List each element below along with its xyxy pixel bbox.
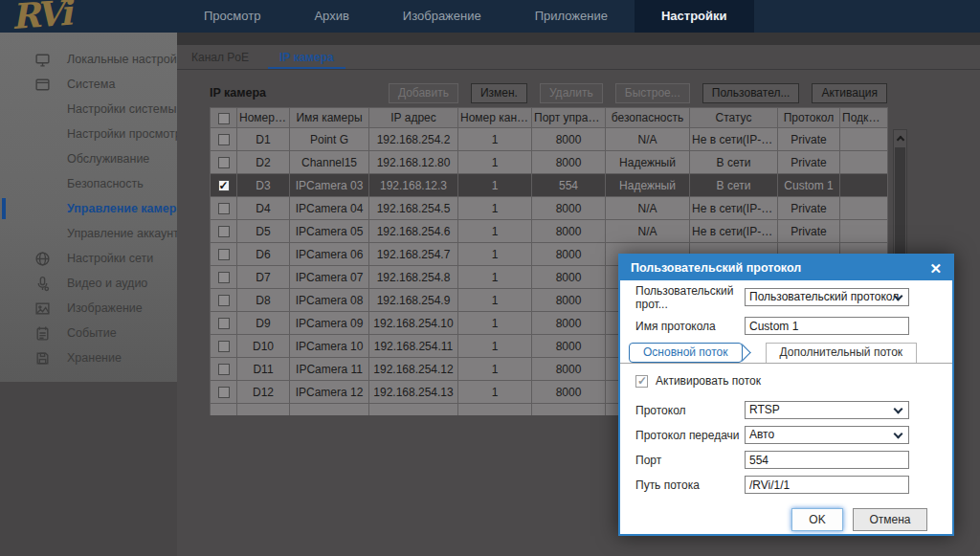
col-ip-address: IP адрес bbox=[369, 108, 458, 128]
col-connection: Подклю... bbox=[840, 108, 888, 128]
activation-button[interactable]: Активация bbox=[812, 83, 887, 103]
tab-ip-camera[interactable]: IP камера bbox=[268, 45, 345, 69]
chevron-down-icon bbox=[894, 405, 903, 414]
add-button[interactable]: Добавить bbox=[389, 83, 458, 103]
nav-tabs: Просмотр Архив Изображение Приложение На… bbox=[177, 0, 754, 33]
tab-arrow-icon bbox=[743, 343, 752, 363]
row-checkbox[interactable] bbox=[218, 341, 230, 352]
row-checkbox[interactable] bbox=[218, 157, 230, 168]
panel-title: IP камера bbox=[210, 86, 266, 100]
rvi-logo: RVi bbox=[11, 0, 71, 36]
sidebar-item-local-settings[interactable]: Локальные настройки bbox=[0, 47, 177, 72]
delete-button[interactable]: Удалить bbox=[540, 83, 603, 103]
image-icon bbox=[34, 300, 51, 317]
dialog-header: Пользовательский протокол ✕ bbox=[620, 256, 952, 280]
stream-path-input[interactable] bbox=[745, 476, 909, 494]
col-status: Статус bbox=[690, 108, 778, 128]
protocol-select[interactable]: RTSP bbox=[745, 401, 909, 419]
content-tabs: Канал PoE IP камера bbox=[177, 45, 980, 70]
table-row[interactable]: D3 IPCamera 03 192.168.12.3 1 554 Надежн… bbox=[211, 174, 888, 197]
toolbar: Добавить Измен. Удалить Быстрое... Польз… bbox=[389, 83, 887, 103]
top-nav-bar: RVi Просмотр Архив Изображение Приложени… bbox=[0, 0, 980, 33]
stream-path-label: Путь потока bbox=[620, 478, 745, 492]
protocol-name-label: Имя протокола bbox=[620, 320, 745, 333]
nav-tab-settings[interactable]: Настройки bbox=[635, 0, 754, 33]
table-row[interactable]: D2 Channel15 192.168.12.80 1 8000 Надежн… bbox=[211, 151, 888, 174]
row-checkbox[interactable] bbox=[218, 226, 230, 237]
custom-protocol-button[interactable]: Пользовател... bbox=[702, 83, 800, 103]
table-row[interactable]: D1 Point G 192.168.254.2 1 8000 N/A Не в… bbox=[211, 128, 888, 151]
monitor-icon bbox=[34, 52, 51, 68]
sidebar-item-security[interactable]: Безопасность bbox=[0, 171, 177, 196]
enable-stream-checkbox[interactable] bbox=[635, 375, 648, 388]
storage-icon bbox=[34, 350, 51, 367]
sidebar-item-view-settings[interactable]: Настройки просмотра bbox=[0, 122, 177, 146]
custom-protocol-dialog: Пользовательский протокол ✕ Пользователь… bbox=[618, 254, 954, 536]
row-checkbox[interactable] bbox=[218, 203, 230, 214]
nav-tab-archive[interactable]: Архив bbox=[287, 0, 375, 33]
table-header-row: Номер канала Имя камеры IP адрес Номер к… bbox=[211, 108, 888, 128]
row-checkbox[interactable] bbox=[218, 134, 230, 145]
col-security: безопасность bbox=[606, 108, 690, 128]
main-stream-tab[interactable]: Основной поток bbox=[629, 343, 743, 363]
sidebar-item-account-management[interactable]: Управление аккаунтом bbox=[0, 221, 177, 246]
row-checkbox[interactable] bbox=[218, 272, 230, 283]
row-checkbox[interactable] bbox=[218, 364, 230, 375]
transfer-protocol-select[interactable]: Авто bbox=[745, 426, 909, 444]
table-row[interactable]: D4 IPCamera 04 192.168.254.5 1 8000 N/A … bbox=[211, 197, 888, 220]
top-band bbox=[177, 33, 980, 45]
scroll-up-button[interactable] bbox=[894, 130, 906, 145]
cancel-button[interactable]: Отмена bbox=[853, 508, 927, 531]
port-label: Порт bbox=[620, 454, 745, 467]
modify-button[interactable]: Измен. bbox=[471, 83, 527, 103]
sidebar-item-system-settings[interactable]: Настройки системы bbox=[0, 97, 177, 122]
select-all-checkbox[interactable] bbox=[218, 113, 230, 124]
sidebar-item-storage[interactable]: Хранение bbox=[0, 345, 177, 370]
chevron-down-icon bbox=[894, 430, 903, 439]
col-camera-name: Имя камеры bbox=[290, 108, 369, 128]
close-icon[interactable]: ✕ bbox=[929, 261, 942, 276]
sidebar-item-image[interactable]: Изображение bbox=[0, 296, 177, 321]
sidebar-item-network-settings[interactable]: Настройки сети bbox=[0, 246, 177, 271]
stream-tabs: Основной поток Дополнительный поток bbox=[620, 343, 952, 364]
port-input[interactable] bbox=[745, 451, 909, 469]
quick-add-button[interactable]: Быстрое... bbox=[615, 83, 690, 103]
sub-stream-tab[interactable]: Дополнительный поток bbox=[766, 343, 918, 363]
network-icon bbox=[34, 251, 51, 267]
dialog-title: Пользовательский протокол bbox=[631, 261, 801, 275]
sidebar-item-event[interactable]: Событие bbox=[0, 321, 177, 345]
nav-tab-image[interactable]: Изображение bbox=[376, 0, 508, 33]
sidebar-item-system[interactable]: Система bbox=[0, 72, 177, 97]
nav-tab-view[interactable]: Просмотр bbox=[177, 0, 287, 33]
sidebar-item-camera-management[interactable]: Управление камерами bbox=[0, 196, 177, 221]
protocol-select-label: Пользовательский прот... bbox=[620, 284, 745, 311]
sidebar-menu: Локальные настройки Система Настройки си… bbox=[0, 33, 177, 382]
custom-protocol-select[interactable]: Пользовательский протокол bbox=[745, 288, 909, 306]
chevron-up-icon bbox=[896, 135, 903, 143]
sidebar-item-maintenance[interactable]: Обслуживание bbox=[0, 146, 177, 171]
sidebar-item-video-audio[interactable]: Видео и аудио bbox=[0, 271, 177, 296]
col-channel-number-2: Номер канала bbox=[458, 108, 532, 128]
row-checkbox[interactable] bbox=[218, 295, 230, 306]
col-management-port: Порт управления bbox=[532, 108, 606, 128]
event-icon bbox=[34, 325, 51, 342]
enable-stream-label: Активировать поток bbox=[656, 374, 761, 388]
ok-button[interactable]: OK bbox=[791, 508, 843, 531]
row-checkbox[interactable] bbox=[218, 249, 230, 260]
row-checkbox[interactable] bbox=[218, 387, 230, 398]
col-protocol: Протокол bbox=[778, 108, 840, 128]
tab-poe-channel[interactable]: Канал PoE bbox=[180, 45, 260, 69]
system-icon bbox=[34, 77, 51, 93]
col-channel-number: Номер канала bbox=[237, 108, 290, 128]
row-checkbox[interactable] bbox=[218, 318, 230, 329]
sidebar: Локальные настройки Система Настройки си… bbox=[0, 33, 177, 556]
table-row[interactable]: D5 IPCamera 05 192.168.254.6 1 8000 N/A … bbox=[211, 220, 888, 243]
transfer-protocol-label: Протокол передачи bbox=[620, 429, 745, 442]
audio-icon bbox=[34, 276, 51, 292]
row-checkbox[interactable] bbox=[218, 180, 230, 191]
protocol-name-input[interactable] bbox=[745, 317, 909, 335]
protocol-label: Протокол bbox=[620, 404, 745, 417]
nav-tab-application[interactable]: Приложение bbox=[508, 0, 635, 33]
